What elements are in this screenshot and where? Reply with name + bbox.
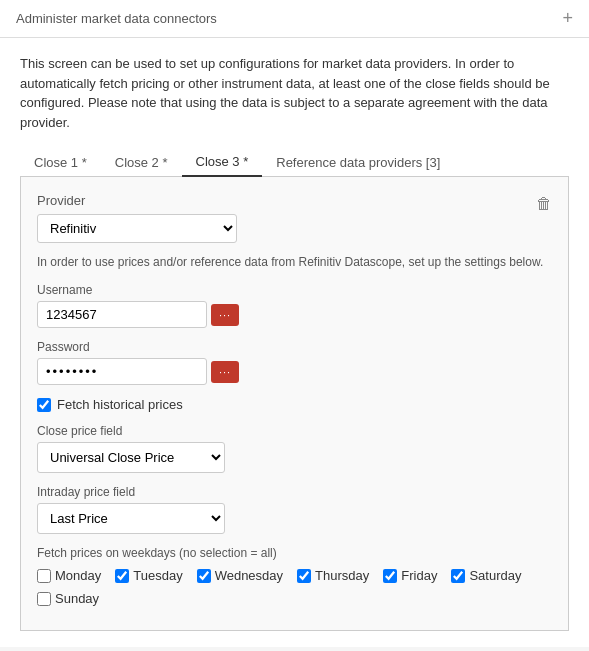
panel-header: Provider Refinitiv 🗑 (37, 193, 552, 243)
tuesday-checkbox[interactable] (115, 569, 129, 583)
intraday-price-dropdown[interactable]: Last Price (37, 503, 225, 534)
weekdays-row-2: Sunday (37, 591, 552, 606)
password-label: Password (37, 340, 552, 354)
weekday-wednesday: Wednesday (197, 568, 283, 583)
weekday-sunday: Sunday (37, 591, 99, 606)
password-input-group: ··· (37, 358, 552, 385)
password-field-group: Password ··· (37, 340, 552, 385)
intraday-price-field-group: Intraday price field Last Price (37, 485, 552, 534)
close-price-field-label: Close price field (37, 424, 552, 438)
weekdays-row: Monday Tuesday Wednesday Thursday Friday… (37, 568, 552, 583)
friday-checkbox[interactable] (383, 569, 397, 583)
add-icon[interactable]: + (562, 8, 573, 29)
fetch-historical-row: Fetch historical prices (37, 397, 552, 412)
tab-close2[interactable]: Close 2 * (101, 148, 182, 176)
username-input[interactable] (37, 301, 207, 328)
username-label: Username (37, 283, 552, 297)
description-text: This screen can be used to set up config… (20, 54, 569, 132)
password-input[interactable] (37, 358, 207, 385)
friday-label: Friday (401, 568, 437, 583)
delete-icon[interactable]: 🗑 (536, 195, 552, 213)
provider-label: Provider (37, 193, 237, 208)
weekday-tuesday: Tuesday (115, 568, 182, 583)
monday-label: Monday (55, 568, 101, 583)
thursday-checkbox[interactable] (297, 569, 311, 583)
tuesday-label: Tuesday (133, 568, 182, 583)
weekdays-note: Fetch prices on weekdays (no selection =… (37, 546, 552, 560)
sunday-checkbox[interactable] (37, 592, 51, 606)
tab-close1[interactable]: Close 1 * (20, 148, 101, 176)
title-bar: Administer market data connectors + (0, 0, 589, 38)
saturday-checkbox[interactable] (451, 569, 465, 583)
wednesday-label: Wednesday (215, 568, 283, 583)
tab-close3[interactable]: Close 3 * (182, 148, 263, 177)
username-input-group: ··· (37, 301, 552, 328)
close-price-field-group: Close price field Universal Close Price (37, 424, 552, 473)
main-content: This screen can be used to set up config… (0, 38, 589, 647)
intraday-price-field-label: Intraday price field (37, 485, 552, 499)
weekday-monday: Monday (37, 568, 101, 583)
sunday-label: Sunday (55, 591, 99, 606)
close-price-dropdown[interactable]: Universal Close Price (37, 442, 225, 473)
panel: Provider Refinitiv 🗑 In order to use pri… (20, 177, 569, 631)
tabs: Close 1 * Close 2 * Close 3 * Reference … (20, 148, 569, 177)
fetch-historical-label: Fetch historical prices (57, 397, 183, 412)
password-action-button[interactable]: ··· (211, 361, 239, 383)
weekday-friday: Friday (383, 568, 437, 583)
provider-dropdown[interactable]: Refinitiv (37, 214, 237, 243)
username-action-button[interactable]: ··· (211, 304, 239, 326)
saturday-label: Saturday (469, 568, 521, 583)
provider-section: Provider Refinitiv (37, 193, 237, 243)
wednesday-checkbox[interactable] (197, 569, 211, 583)
thursday-label: Thursday (315, 568, 369, 583)
weekday-thursday: Thursday (297, 568, 369, 583)
fetch-historical-checkbox[interactable] (37, 398, 51, 412)
username-field-group: Username ··· (37, 283, 552, 328)
tab-reference-data[interactable]: Reference data providers [3] (262, 148, 454, 176)
monday-checkbox[interactable] (37, 569, 51, 583)
weekday-saturday: Saturday (451, 568, 521, 583)
panel-description: In order to use prices and/or reference … (37, 253, 552, 271)
title-bar-text: Administer market data connectors (16, 11, 217, 26)
